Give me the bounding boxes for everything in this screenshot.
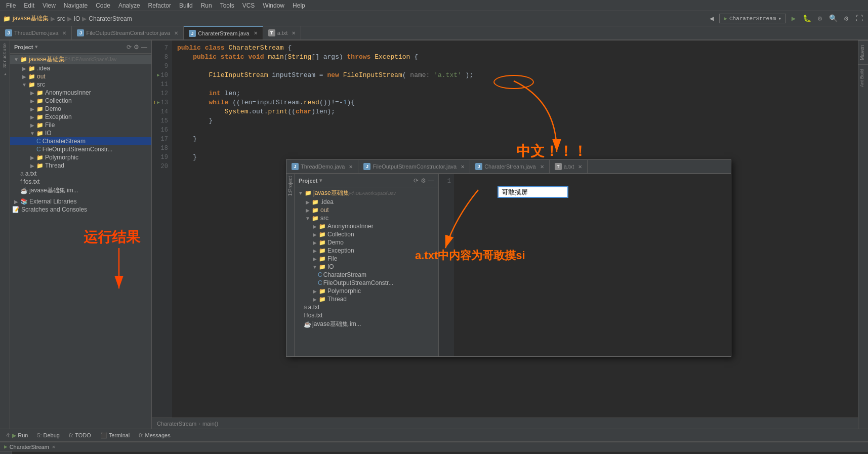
popup-tab-close1[interactable]: ✕ <box>349 164 353 170</box>
bottom-tab-debug[interactable]: 5: Debug <box>33 431 64 439</box>
toolbar-io[interactable]: IO <box>74 15 80 22</box>
tree-fostxt[interactable]: f fos.txt <box>10 178 151 186</box>
tree-extlibs[interactable]: ▶ 📚 External Libraries <box>10 197 151 205</box>
popup-icon-cog[interactable]: ⚙ <box>421 177 426 184</box>
tree-scratches[interactable]: 📝 Scratches and Consoles <box>10 205 151 214</box>
menu-vcs[interactable]: VCS <box>238 2 259 9</box>
panel-dropdown-icon[interactable]: ▾ <box>35 44 38 50</box>
menu-navigate[interactable]: Navigate <box>60 2 92 9</box>
tab-atxt[interactable]: T a.txt ✕ <box>263 26 302 39</box>
popup-tab-atxt[interactable]: T a.txt ✕ <box>550 160 588 173</box>
popup-tree-atxt[interactable]: a a.txt <box>295 303 438 311</box>
popup-tree-fostxt[interactable]: f fos.txt <box>295 311 438 319</box>
bottom-tab-messages[interactable]: 0: Messages <box>135 431 174 439</box>
toolbar-file[interactable]: CharaterStream <box>89 15 132 22</box>
tree-io[interactable]: ▼ 📁 IO <box>10 129 151 137</box>
tree-idea[interactable]: ▶ 📁 .idea <box>10 64 151 72</box>
popup-tree-idea[interactable]: ▶ 📁 .idea <box>295 198 438 206</box>
right-tab-ant[interactable]: Ant Build <box>858 64 868 91</box>
right-tab-maven[interactable]: Maven <box>858 40 868 64</box>
menu-refactor[interactable]: Refactor <box>144 2 175 9</box>
breadcrumb-method[interactable]: main() <box>202 421 218 427</box>
popup-panel-arrow[interactable]: ▾ <box>319 177 322 184</box>
popup-tree-col[interactable]: ▶ 📁 Collection <box>295 230 438 238</box>
bottom-tab-todo[interactable]: 6: TODO <box>65 431 95 439</box>
menu-run[interactable]: Run <box>197 2 216 9</box>
tree-exception[interactable]: ▶ 📁 Exception <box>10 113 151 121</box>
popup-code-content[interactable] <box>454 174 731 356</box>
toolbar-project[interactable]: javase基础集 <box>13 14 49 23</box>
popup-tree-src[interactable]: ▼ 📁 src <box>295 214 438 222</box>
toolbar-src[interactable]: src <box>57 15 65 22</box>
popup-tree-io[interactable]: ▼ 📁 IO <box>295 263 438 271</box>
popup-icon-sync[interactable]: ⟳ <box>414 177 419 184</box>
tab-close3[interactable]: ✕ <box>254 30 258 36</box>
popup-tree-fos[interactable]: C FileOutputStreamConstr... <box>295 279 438 287</box>
popup-tab-fileoutput[interactable]: J FileOutputStreamConstructor.java ✕ <box>358 160 470 173</box>
bottom-tab-run[interactable]: 4: ▶ Run <box>2 431 32 440</box>
popup-tab-close3[interactable]: ✕ <box>540 164 544 170</box>
tree-src[interactable]: ▼ 📁 src <box>10 80 151 89</box>
popup-tab-charater[interactable]: J CharaterStream.java ✕ <box>470 160 550 173</box>
panel-icon-sync[interactable]: ⟳ <box>127 44 132 51</box>
tab-close4[interactable]: ✕ <box>292 30 296 36</box>
debug-button[interactable]: 🐛 <box>801 13 812 24</box>
popup-tree-jar[interactable]: ☕ javase基础集.im... <box>295 319 438 329</box>
tree-root[interactable]: ▼ 📁 javase基础集 F:\IDEAworkSpace\Jav <box>10 55 151 64</box>
tab-close[interactable]: ✕ <box>62 30 66 36</box>
tree-atxt[interactable]: a a.txt <box>10 170 151 178</box>
tree-demo[interactable]: ▶ 📁 Demo <box>10 105 151 113</box>
tab-close2[interactable]: ✕ <box>174 30 178 36</box>
menu-view[interactable]: View <box>38 2 60 9</box>
popup-tree-thread[interactable]: ▶ 📁 Thread <box>295 295 438 303</box>
tab-fileoutputstream[interactable]: J FileOutputStreamConstructor.java ✕ <box>72 26 184 39</box>
popup-tree-exc[interactable]: ▶ 📁 Exception <box>295 246 438 255</box>
popup-tab-close4[interactable]: ✕ <box>578 164 582 170</box>
popup-tree-poly[interactable]: ▶ 📁 Polymorphic <box>295 287 438 295</box>
back-button[interactable]: ◀ <box>706 13 717 24</box>
popup-icon-minus[interactable]: — <box>428 177 434 184</box>
side-icon-favorites[interactable]: ★ <box>1 70 9 78</box>
menu-tools[interactable]: Tools <box>216 2 238 9</box>
popup-tree-demo[interactable]: ▶ 📁 Demo <box>295 238 438 246</box>
tab-threaddemo[interactable]: J ThreadDemo.java ✕ <box>0 26 72 39</box>
menu-file[interactable]: File <box>2 2 20 9</box>
thread-label: Thread <box>45 162 64 169</box>
tree-collection[interactable]: ▶ 📁 Collection <box>10 97 151 105</box>
popup-tab-threaddemo[interactable]: J ThreadDemo.java ✕ <box>286 160 358 173</box>
panel-icon-minus[interactable]: — <box>141 44 147 51</box>
tree-fileoutputstream[interactable]: C FileOutputStreamConstr... <box>10 145 151 153</box>
tree-jar[interactable]: ☕ javase基础集.im... <box>10 186 151 195</box>
popup-tree-out[interactable]: ▶ 📁 out <box>295 206 438 214</box>
popup-tab-close2[interactable]: ✕ <box>461 164 465 170</box>
run-panel-close[interactable]: ✕ <box>52 444 55 450</box>
panel-icon-cog[interactable]: ⚙ <box>134 44 139 51</box>
tree-thread[interactable]: ▶ 📁 Thread <box>10 161 151 170</box>
bottom-tab-terminal[interactable]: ⬛ Terminal <box>96 431 134 440</box>
tree-anonymousinner[interactable]: ▶ 📁 AnonymousInner <box>10 89 151 97</box>
tab-charaterstream[interactable]: J CharaterStream.java ✕ <box>184 26 263 39</box>
popup-input[interactable] <box>498 186 568 198</box>
popup-tree-cs[interactable]: C CharaterStream <box>295 271 438 279</box>
side-icon-structure[interactable]: Structure <box>1 52 9 60</box>
popup-tree-root[interactable]: ▼ 📁 javase基础集 F:\IDEAworkSpace\Jav <box>295 188 438 198</box>
popup-tree-ai[interactable]: ▶ 📁 AnonymousInner <box>295 222 438 230</box>
menu-help[interactable]: Help <box>288 2 309 9</box>
tree-polymorphic[interactable]: ▶ 📁 Polymorphic <box>10 153 151 161</box>
expand-button[interactable]: ⛶ <box>854 13 865 24</box>
tree-charaterstream[interactable]: C CharaterStream <box>10 137 151 145</box>
menu-window[interactable]: Window <box>259 2 288 9</box>
settings-button[interactable]: ⚙ <box>841 13 852 24</box>
menu-analyze[interactable]: Analyze <box>114 2 144 9</box>
search-everywhere-button[interactable]: 🔍 <box>828 13 839 24</box>
coverage-button[interactable]: ⚙ <box>814 13 825 24</box>
popup-tree-file[interactable]: ▶ 📁 File <box>295 255 438 263</box>
tree-out[interactable]: ▶ 📁 out <box>10 72 151 80</box>
breadcrumb-file[interactable]: CharaterStream <box>157 421 196 427</box>
menu-build[interactable]: Build <box>175 2 197 9</box>
run-config-selector[interactable]: ▶ CharaterStream ▾ <box>719 14 786 23</box>
menu-edit[interactable]: Edit <box>20 2 38 9</box>
tree-file[interactable]: ▶ 📁 File <box>10 121 151 129</box>
run-button[interactable]: ▶ <box>788 13 799 24</box>
menu-code[interactable]: Code <box>92 2 114 9</box>
